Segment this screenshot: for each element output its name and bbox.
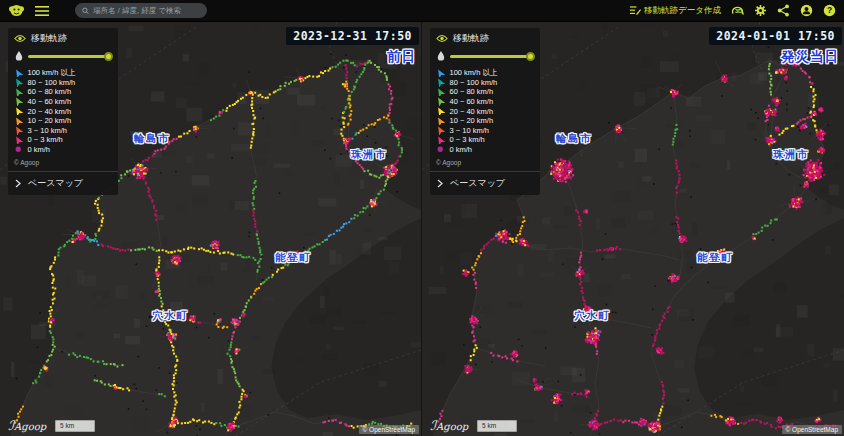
timestamp-display: 2023-12-31 17:50 — [286, 27, 419, 45]
city-label: 輪島市 — [556, 132, 592, 146]
map-subtitle: 前日 — [387, 48, 416, 66]
search-input[interactable] — [93, 6, 200, 15]
legend-item: 0 km/h — [436, 145, 534, 155]
legend-item-label: 20 ~ 40 km/h — [450, 107, 494, 116]
speed-arrow-icon — [14, 69, 23, 78]
legend-item-label: 60 ~ 80 km/h — [28, 87, 72, 96]
legend-item: 80 ~ 100 km/h — [436, 78, 534, 88]
speed-arrow-icon — [436, 126, 445, 135]
legend-item-label: 100 km/h 以上 — [450, 68, 498, 78]
map-pane-previous-day: 移動軌跡 100 km/h 以上80 ~ 100 km/h60 ~ 80 km/… — [0, 22, 422, 436]
legend-item: 60 ~ 80 km/h — [436, 87, 534, 97]
create-trajectory-data-label: 移動軌跡データ作成 — [644, 5, 721, 17]
legend-item-label: 0 km/h — [450, 145, 473, 154]
opacity-droplet-icon — [15, 51, 23, 61]
timestamp-display: 2024-01-01 17:50 — [709, 27, 842, 45]
legend-item: 60 ~ 80 km/h — [14, 87, 112, 97]
city-label: 輪島市 — [134, 132, 170, 146]
legend-item-label: 3 ~ 10 km/h — [28, 126, 67, 135]
legend-item: 10 ~ 20 km/h — [436, 116, 534, 126]
basemap-section-toggle[interactable]: ベースマップ — [8, 171, 118, 195]
legend-item: 10 ~ 20 km/h — [14, 116, 112, 126]
legend-item-label: 20 ~ 40 km/h — [28, 107, 72, 116]
agoop-attribution-logo: ℐAgoop — [8, 418, 46, 433]
legend-item: 0 ~ 3 km/h — [14, 135, 112, 145]
city-label: 能登町 — [697, 251, 733, 265]
city-label: 珠洲市 — [351, 148, 387, 162]
legend-item: 20 ~ 40 km/h — [14, 106, 112, 116]
legend-item-label: 0 ~ 3 km/h — [450, 135, 485, 144]
legend-item: 100 km/h 以上 — [14, 68, 112, 78]
create-trajectory-data-button[interactable]: 移動軌跡データ作成 — [630, 5, 721, 17]
basemap-section-toggle[interactable]: ベースマップ — [430, 171, 540, 195]
legend-item-label: 60 ~ 80 km/h — [450, 87, 494, 96]
speed-arrow-icon — [436, 145, 445, 154]
map-scale-bar: 5 km — [477, 420, 517, 432]
legend-item-list: 100 km/h 以上80 ~ 100 km/h60 ~ 80 km/h40 ~… — [8, 67, 118, 156]
speed-arrow-icon — [14, 145, 23, 154]
legend-item: 40 ~ 60 km/h — [14, 97, 112, 107]
chevron-right-icon — [437, 179, 443, 188]
speed-arrow-icon — [14, 78, 23, 87]
legend-item-label: 3 ~ 10 km/h — [450, 126, 489, 135]
opacity-slider-knob[interactable] — [526, 52, 535, 61]
legend-item: 40 ~ 60 km/h — [436, 97, 534, 107]
osm-attribution-link[interactable]: © OpenStreetMap — [359, 425, 419, 434]
legend-item-label: 0 ~ 3 km/h — [28, 135, 63, 144]
opacity-slider-knob[interactable] — [104, 52, 113, 61]
opacity-slider[interactable] — [450, 55, 533, 58]
menu-hamburger-icon[interactable] — [35, 5, 49, 17]
legend-title: 移動軌跡 — [31, 32, 67, 45]
svg-text:3D: 3D — [735, 8, 742, 14]
basemap-label: ベースマップ — [450, 177, 505, 190]
chevron-right-icon — [15, 179, 21, 188]
speed-arrow-icon — [14, 107, 23, 116]
opacity-slider[interactable] — [28, 55, 111, 58]
legend-item-label: 80 ~ 100 km/h — [450, 78, 498, 87]
legend-item-label: 80 ~ 100 km/h — [28, 78, 76, 87]
legend-item: 0 km/h — [14, 145, 112, 155]
settings-gear-icon[interactable] — [754, 4, 767, 17]
speed-arrow-icon — [436, 88, 445, 97]
edit-list-icon — [630, 5, 641, 16]
city-label: 穴水町 — [152, 309, 188, 323]
layer-legend-panel: 移動軌跡 100 km/h 以上80 ~ 100 km/h60 ~ 80 km/… — [8, 28, 118, 195]
speed-arrow-icon — [436, 97, 445, 106]
share-icon[interactable] — [777, 4, 790, 17]
layer-visibility-eye-icon[interactable] — [436, 34, 448, 43]
help-icon[interactable]: ? — [823, 4, 836, 17]
account-icon[interactable] — [800, 4, 813, 17]
map-scale-bar: 5 km — [55, 420, 95, 432]
topbar: 移動軌跡データ作成 3D ? — [0, 0, 844, 22]
speed-arrow-icon — [436, 136, 445, 145]
legend-item: 3 ~ 10 km/h — [14, 126, 112, 136]
osm-attribution-link[interactable]: © OpenStreetMap — [782, 425, 842, 434]
speed-arrow-icon — [14, 117, 23, 126]
map-comparison-container: 移動軌跡 100 km/h 以上80 ~ 100 km/h60 ~ 80 km/… — [0, 22, 844, 436]
search-box[interactable] — [75, 3, 207, 18]
legend-item: 0 ~ 3 km/h — [436, 135, 534, 145]
speed-arrow-icon — [436, 78, 445, 87]
speed-arrow-icon — [14, 126, 23, 135]
legend-item-label: 10 ~ 20 km/h — [28, 116, 72, 125]
agoop-app-logo-icon[interactable] — [8, 3, 25, 18]
rotate-3d-icon[interactable]: 3D — [731, 4, 744, 17]
legend-item-label: 40 ~ 60 km/h — [450, 97, 494, 106]
speed-arrow-icon — [436, 107, 445, 116]
speed-arrow-icon — [14, 136, 23, 145]
legend-item-label: 40 ~ 60 km/h — [28, 97, 72, 106]
city-label: 珠洲市 — [773, 148, 809, 162]
opacity-droplet-icon — [437, 51, 445, 61]
legend-item: 20 ~ 40 km/h — [436, 106, 534, 116]
speed-arrow-icon — [436, 117, 445, 126]
legend-item-label: 10 ~ 20 km/h — [450, 116, 494, 125]
city-label: 能登町 — [275, 251, 311, 265]
agoop-attribution-logo: ℐAgoop — [430, 418, 468, 433]
map-pane-disaster-day: 移動軌跡 100 km/h 以上80 ~ 100 km/h60 ~ 80 km/… — [422, 22, 844, 436]
legend-item: 80 ~ 100 km/h — [14, 78, 112, 88]
layer-visibility-eye-icon[interactable] — [14, 34, 26, 43]
city-label: 穴水町 — [574, 309, 610, 323]
speed-arrow-icon — [14, 88, 23, 97]
legend-item-list: 100 km/h 以上80 ~ 100 km/h60 ~ 80 km/h40 ~… — [430, 67, 540, 156]
legend-item: 100 km/h 以上 — [436, 68, 534, 78]
